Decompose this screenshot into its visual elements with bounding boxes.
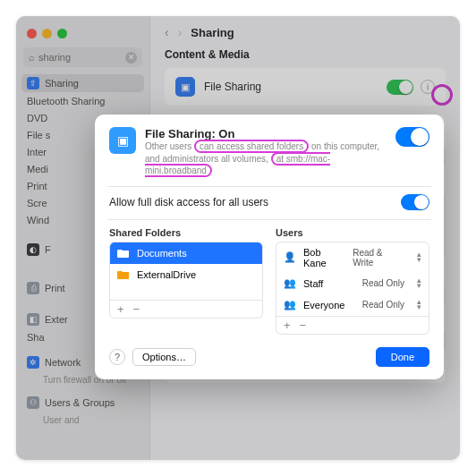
divider <box>107 219 431 220</box>
folder-item-documents[interactable]: Documents <box>110 242 262 264</box>
full-disk-label: Allow full disk access for all users <box>109 196 268 208</box>
full-disk-toggle[interactable] <box>401 194 429 210</box>
user-permission[interactable]: Read Only <box>362 278 404 288</box>
file-sharing-sheet: ▣ File Sharing: On Other users can acces… <box>95 115 444 379</box>
person-icon: 👤 <box>284 251 296 264</box>
columns: Shared Folders Documents ExternalDrive +… <box>109 227 429 335</box>
highlight-access: can access shared folders <box>194 140 309 153</box>
user-item[interactable]: 👤Bob KaneRead & Write▴▾ <box>276 242 429 273</box>
add-user-button[interactable]: + <box>284 319 291 332</box>
stepper-icon[interactable]: ▴▾ <box>417 278 421 288</box>
remove-folder-button[interactable]: − <box>133 302 140 316</box>
users-heading: Users <box>276 227 429 238</box>
file-sharing-icon: ▣ <box>109 127 136 154</box>
shared-folders-list[interactable]: Documents ExternalDrive + − <box>109 242 263 319</box>
folder-icon <box>117 247 130 259</box>
user-list-footer: + − <box>276 316 429 334</box>
users-list[interactable]: 👤Bob KaneRead & Write▴▾ 👥StaffRead Only▴… <box>276 242 429 335</box>
sheet-title: File Sharing: On <box>145 127 387 140</box>
user-item[interactable]: 👥StaffRead Only▴▾ <box>276 273 429 294</box>
folder-item-external[interactable]: ExternalDrive <box>110 264 262 285</box>
shared-folders-column: Shared Folders Documents ExternalDrive +… <box>109 227 263 335</box>
divider <box>107 186 431 187</box>
system-settings-window: ⌕ sharing ✕ ⇧Sharing Bluetooth Sharing D… <box>16 16 460 460</box>
user-item[interactable]: 👥EveryoneRead Only▴▾ <box>276 294 429 316</box>
user-name: Staff <box>303 278 323 289</box>
sheet-footer: ? Options… Done <box>109 347 429 367</box>
full-disk-row: Allow full disk access for all users <box>109 194 429 210</box>
group-icon: 👥 <box>284 277 296 290</box>
help-button[interactable]: ? <box>109 349 125 365</box>
file-sharing-master-toggle[interactable] <box>395 127 429 147</box>
stepper-icon[interactable]: ▴▾ <box>417 252 421 262</box>
folder-list-footer: + − <box>110 300 262 318</box>
add-folder-button[interactable]: + <box>117 302 124 316</box>
user-name: Bob Kane <box>303 247 345 268</box>
users-column: Users 👤Bob KaneRead & Write▴▾ 👥StaffRead… <box>276 227 429 335</box>
user-permission[interactable]: Read Only <box>362 300 404 310</box>
done-button[interactable]: Done <box>376 347 429 367</box>
user-permission[interactable]: Read & Write <box>353 248 404 268</box>
sheet-header: ▣ File Sharing: On Other users can acces… <box>109 127 429 177</box>
sheet-subtitle: Other users can access shared folders on… <box>145 140 387 177</box>
folder-name: ExternalDrive <box>137 269 196 280</box>
stepper-icon[interactable]: ▴▾ <box>417 300 421 310</box>
shared-folders-heading: Shared Folders <box>109 227 263 238</box>
group-icon: 👥 <box>284 299 296 311</box>
folder-icon <box>117 268 130 281</box>
options-button[interactable]: Options… <box>132 348 196 366</box>
user-name: Everyone <box>303 300 344 310</box>
remove-user-button[interactable]: − <box>300 319 307 332</box>
folder-name: Documents <box>137 248 187 259</box>
